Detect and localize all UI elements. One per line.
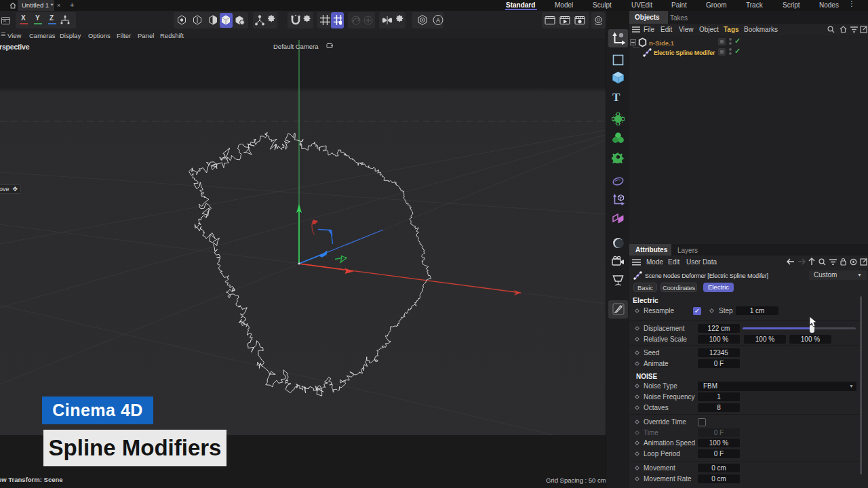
svg-text:A: A	[436, 17, 440, 24]
